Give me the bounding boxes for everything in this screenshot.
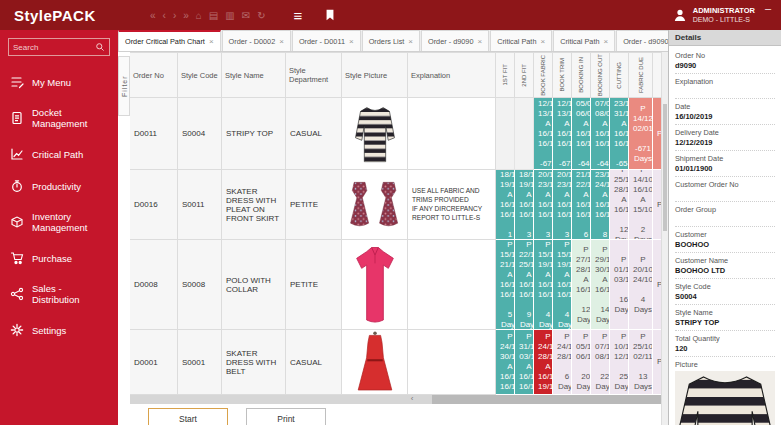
- tab-critical-path-2[interactable]: Critical Path×: [553, 30, 615, 51]
- col-header-booking-out[interactable]: BOOKING OUT: [591, 53, 610, 98]
- tab-order-d0002[interactable]: Order - D0002×: [222, 30, 291, 51]
- detail-field-explanation[interactable]: Explanation: [675, 74, 775, 99]
- hamburger-menu-icon[interactable]: ≡: [294, 7, 303, 24]
- stage-cell[interactable]: P 14/10 16/10 A 15/10 2 Days: [629, 170, 653, 240]
- col-header-fabric-due[interactable]: FABRIC DUE: [629, 53, 653, 98]
- sidebar-item-my-menu[interactable]: My Menu: [0, 66, 118, 98]
- stage-cell[interactable]: P: [653, 170, 661, 240]
- stage-cell[interactable]: P 18/10 19/10 A 16/10 16/10 3 Days: [515, 170, 534, 240]
- col-header-1st-fit[interactable]: 1ST FIT: [496, 53, 515, 98]
- sidebar-item-docket-management[interactable]: Docket Management: [0, 98, 118, 138]
- col-header-2nd-fit[interactable]: 2ND FIT: [515, 53, 534, 98]
- nav-first-icon[interactable]: «: [150, 10, 156, 21]
- detail-field-order-group[interactable]: Order Group: [675, 202, 775, 227]
- stage-cell[interactable]: P 18/10 19/10 A 16/10 16/10 1 Days: [496, 170, 515, 240]
- minimize-button[interactable]: –: [765, 2, 771, 14]
- stage-cell[interactable]: [496, 98, 515, 170]
- nav-last-icon[interactable]: »: [183, 10, 189, 21]
- bookmark-icon[interactable]: [324, 8, 336, 22]
- nav-next-icon[interactable]: ›: [173, 10, 176, 21]
- stage-cell[interactable]: P 14/12 02/01 -671 Days: [629, 98, 653, 170]
- tab-close-icon[interactable]: ×: [477, 37, 482, 46]
- stage-cell[interactable]: P 24/10 28/10 A 16/10 19/10: [534, 330, 553, 395]
- home-icon[interactable]: ⌂: [196, 10, 202, 21]
- table-row[interactable]: D0011 S0004 STRIPY TOP CASUAL: [130, 98, 661, 170]
- sidebar-item-critical-path[interactable]: Critical Path: [0, 138, 118, 170]
- horizontal-scrollbar[interactable]: ‹: [130, 395, 661, 404]
- col-header-book-fabric[interactable]: BOOK FABRIC: [534, 53, 553, 98]
- col-header-style-code[interactable]: Style Code: [178, 53, 222, 98]
- stage-cell[interactable]: P 23/12 31/12 A 16/10 16/10 -654 Days: [610, 98, 629, 170]
- table-row[interactable]: D0008 S0008 POLO WITH COLLAR PETITE: [130, 240, 661, 330]
- stage-cell[interactable]: P 25/10 28/10 A 16/10 12 Days: [610, 170, 629, 240]
- detail-field-order-no[interactable]: Order No d9090: [675, 48, 775, 74]
- stage-cell[interactable]: P 10/11 12/11 25 Days: [610, 330, 629, 395]
- tab-close-icon[interactable]: ×: [209, 37, 214, 46]
- stage-cell[interactable]: [515, 98, 534, 170]
- detail-field-total-quantity[interactable]: Total Quantity 120: [675, 331, 775, 357]
- horizontal-scroll-thumb[interactable]: [432, 395, 661, 404]
- col-header-style-picture[interactable]: Style Picture: [342, 53, 408, 98]
- mail-icon[interactable]: ✉: [242, 10, 250, 21]
- col-header-order-no[interactable]: Order No: [130, 53, 178, 98]
- start-button[interactable]: Start: [148, 408, 228, 425]
- nav-prev-icon[interactable]: ‹: [163, 10, 166, 21]
- table-row[interactable]: D0001 S0001 SKATER DRESS WITH BELT CASUA…: [130, 330, 661, 395]
- detail-field-style-code[interactable]: Style Code S0004: [675, 279, 775, 305]
- stage-cell[interactable]: P 07/11 08/11 22 Days: [591, 330, 610, 395]
- stage-cell[interactable]: P 12/12 13/12 A 16/10 16/10 -672 Days: [553, 98, 572, 170]
- stage-cell[interactable]: P 20/10 23/10 A 16/10 16/10 3 Days: [553, 170, 572, 240]
- col-header-book-trim[interactable]: BOOK TRIM: [553, 53, 572, 98]
- tab-close-icon[interactable]: ×: [279, 37, 284, 46]
- tab-close-icon[interactable]: ×: [603, 37, 608, 46]
- stage-cell[interactable]: P: [653, 240, 661, 330]
- tab-close-icon[interactable]: ×: [349, 37, 354, 46]
- col-header-style-name[interactable]: Style Name: [222, 53, 286, 98]
- tab-order-critical-path-chart[interactable]: Order Critical Path Chart×: [118, 30, 221, 51]
- sidebar-item-inventory-management[interactable]: Inventory Management: [0, 202, 118, 242]
- sidebar-item-purchase[interactable]: Purchase: [0, 242, 118, 274]
- stage-cell[interactable]: P 24/10 30/10 A 16/10 16/10: [496, 330, 515, 395]
- stage-cell[interactable]: P 27/10 28/10 A 16/10 12 Days: [572, 240, 591, 330]
- stage-cell[interactable]: P 01/11 03/11 16 Days: [610, 240, 629, 330]
- col-header-cutting[interactable]: CUTTING: [610, 53, 629, 98]
- search-input[interactable]: [13, 43, 95, 52]
- stage-cell[interactable]: P 24/10 28/10 6 Days: [553, 330, 572, 395]
- table-row[interactable]: D0016 S0011 SKATER DRESS WITH PLEAT ON F…: [130, 170, 661, 240]
- col-header-booking-in[interactable]: BOOKING IN: [572, 53, 591, 98]
- detail-field-style-name[interactable]: Style Name STRIPY TOP: [675, 305, 775, 331]
- sidebar-item-settings[interactable]: Settings: [0, 314, 118, 346]
- detail-field-picture[interactable]: Picture: [675, 357, 775, 425]
- detail-field-delivery-date[interactable]: Delivery Date 12/12/2019: [675, 125, 775, 151]
- stage-cell[interactable]: P 07/01 08/01 A 16/10 16/10 -648 Days: [591, 98, 610, 170]
- stage-cell[interactable]: P 20/10 23/10 A 16/10 16/10 3 Days: [534, 170, 553, 240]
- detail-field-customer[interactable]: Customer BOOHOO: [675, 227, 775, 253]
- detail-field-date[interactable]: Date 16/10/2019: [675, 99, 775, 125]
- stage-cell[interactable]: P: [653, 330, 661, 395]
- scroll-left-arrow-icon[interactable]: ‹: [411, 394, 414, 403]
- stage-cell[interactable]: P 23/10 24/10 A 16/10 16/10 8 Days: [591, 170, 610, 240]
- vertical-scrollbar[interactable]: [661, 52, 668, 425]
- tab-order-d9090-2[interactable]: Order - d9090×: [616, 30, 668, 51]
- stage-cell[interactable]: P 21/10 22/10 A 16/10 16/10 6 Days: [572, 170, 591, 240]
- save-icon[interactable]: ▥: [225, 10, 234, 21]
- stage-cell[interactable]: P 12/12 13/12 A 16/10 16/10 -672 Days: [534, 98, 553, 170]
- stage-cell[interactable]: P 25/10 02/11 13 Days: [629, 330, 653, 395]
- detail-field-customer-order-no[interactable]: Customer Order No: [675, 177, 775, 202]
- grid-icon[interactable]: ▤: [209, 10, 218, 21]
- tab-order-d9090[interactable]: Order - d9090×: [421, 30, 489, 51]
- sidebar-item-sales-distribution[interactable]: Sales - Distribution: [0, 274, 118, 314]
- stage-cell[interactable]: P 20/10 24/10 4 Days: [629, 240, 653, 330]
- tab-close-icon[interactable]: ×: [540, 37, 545, 46]
- stage-cell[interactable]: P 22/10 25/10 A 16/10 16/10 9 Days: [515, 240, 534, 330]
- stage-cell[interactable]: P 31/10 03/11 A 16/10 16/10: [515, 330, 534, 395]
- stage-cell[interactable]: P 15/10 19/10 A 16/10 16/10 4 Days: [534, 240, 553, 330]
- filter-tab[interactable]: Filter: [118, 56, 130, 116]
- refresh-icon[interactable]: ↻: [257, 10, 265, 21]
- print-button[interactable]: Print: [246, 408, 326, 425]
- stage-cell[interactable]: P 15/10 19/10 A 16/10 16/10 4 Days: [553, 240, 572, 330]
- tab-order-d0011[interactable]: Order - D0011×: [292, 30, 361, 51]
- col-header-style-department[interactable]: Style Department: [286, 53, 342, 98]
- stage-cell[interactable]: P 15/10 21/10 A 16/10 16/10 5 Days: [496, 240, 515, 330]
- sidebar-item-productivity[interactable]: Productivity: [0, 170, 118, 202]
